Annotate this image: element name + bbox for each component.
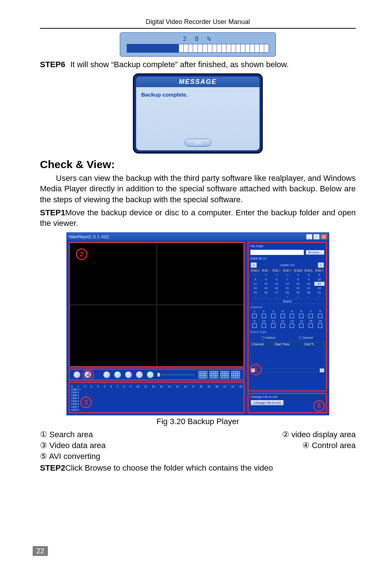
calendar-day[interactable]: 11 <box>250 282 260 286</box>
calendar-prev-button[interactable]: < <box>251 263 257 268</box>
calendar-day[interactable]: 14 <box>282 282 292 286</box>
filepath-input[interactable] <box>250 249 304 255</box>
calendar-day[interactable]: 28 <box>261 273 271 277</box>
calendar-day[interactable]: 26 <box>261 290 271 294</box>
layout-4-button[interactable] <box>231 371 240 378</box>
calendar-day[interactable]: 1 <box>293 273 303 277</box>
calendar-day[interactable]: 7 <box>282 277 292 281</box>
calendar-day[interactable]: 3 <box>271 295 282 299</box>
channel-number: 15 <box>306 320 315 323</box>
ruler-hour: 12 <box>152 385 155 388</box>
calendar-day[interactable]: 6 <box>303 295 314 299</box>
progress-segment <box>198 44 203 52</box>
calendar-day[interactable]: 19 <box>261 286 271 290</box>
progress-segment <box>170 44 174 52</box>
calendar-day[interactable]: 2 <box>303 273 314 277</box>
calendar-day[interactable]: 3 <box>314 273 324 277</box>
calendar-day[interactable]: 5 <box>293 295 303 299</box>
channel-checkbox[interactable] <box>299 314 303 318</box>
calendar-day[interactable]: 2 <box>261 295 271 299</box>
ruler-hour: 20 <box>216 385 219 388</box>
ruler-hour: 13 <box>160 385 163 388</box>
avi-convert-button[interactable]: Change File to AVI <box>250 400 284 406</box>
channel-checkbox[interactable] <box>309 324 313 328</box>
channel-checkbox[interactable] <box>318 324 322 328</box>
legend-video-display: ② video display area <box>282 430 356 439</box>
avi-label: Change File to AVI <box>250 395 324 399</box>
calendar-day[interactable]: 13 <box>271 282 282 286</box>
channel-checkbox[interactable] <box>309 314 313 318</box>
calendar-day[interactable]: 16 <box>303 282 314 286</box>
layout-1-button[interactable] <box>199 371 207 378</box>
play-button[interactable] <box>73 371 81 378</box>
calendar-dow-row: 星期日星期一星期二星期三星期四星期五星期六 <box>250 268 324 273</box>
channel-checkbox[interactable] <box>271 314 275 318</box>
calendar-day[interactable]: 20 <box>271 286 282 290</box>
legend-avi: ⑤ AVI converting <box>40 452 100 461</box>
minimize-button[interactable]: _ <box>306 234 313 240</box>
close-button[interactable]: × <box>320 234 327 240</box>
channel-checkbox[interactable] <box>271 324 275 328</box>
progress-segment <box>184 44 188 52</box>
legend-row-3: ⑤ AVI converting <box>40 452 356 461</box>
ruler-hour: 10 <box>136 385 139 388</box>
calendar-next-button[interactable]: > <box>318 263 324 268</box>
rew-button[interactable] <box>125 371 132 378</box>
calendar-day[interactable]: 10 <box>314 277 324 281</box>
channel-checkbox[interactable] <box>252 324 257 328</box>
calendar-day[interactable]: 4 <box>282 295 292 299</box>
calendar-day[interactable]: 1 <box>250 295 260 299</box>
calendar-day[interactable]: 31 <box>314 290 324 294</box>
video-cell <box>157 305 244 367</box>
channel-checkbox[interactable] <box>262 324 266 328</box>
calendar-day[interactable]: 4 <box>250 277 260 281</box>
calendar-day[interactable]: 23 <box>303 286 314 290</box>
prev-button[interactable] <box>114 371 121 378</box>
volume-slider[interactable] <box>158 374 195 375</box>
calendar-day[interactable]: 18 <box>250 286 260 290</box>
calendar-day[interactable]: 7 <box>314 295 324 299</box>
calendar-day[interactable]: 29 <box>271 273 282 277</box>
calendar-day[interactable]: 15 <box>293 282 303 286</box>
calendar-day[interactable]: 30 <box>303 290 314 294</box>
channel-checkbox[interactable] <box>290 314 294 318</box>
layout-3-button[interactable] <box>220 371 229 378</box>
calendar-day[interactable]: 5 <box>261 277 271 281</box>
channel-checkbox[interactable] <box>299 324 303 328</box>
calendar-day[interactable]: 12 <box>261 282 271 286</box>
channel-checkbox[interactable] <box>318 314 322 318</box>
channel-checkbox[interactable] <box>290 324 294 328</box>
calendar-day[interactable]: 8 <box>293 277 303 281</box>
calendar-day[interactable]: 29 <box>293 290 303 294</box>
progress-segment <box>146 44 151 52</box>
channel-number: 7 <box>306 310 315 313</box>
calendar-day[interactable]: 17 <box>314 282 324 286</box>
sensor-radio[interactable]: ◯ Sensor <box>298 336 313 340</box>
calendar-day[interactable]: 27 <box>271 290 282 294</box>
volume-icon[interactable] <box>147 371 154 378</box>
motion-radio[interactable]: ◯ Motion <box>261 336 276 340</box>
layout-2-button[interactable] <box>209 371 218 378</box>
calendar-day[interactable]: 21 <box>282 286 292 290</box>
maximize-button[interactable]: □ <box>313 234 320 240</box>
calendar-day[interactable]: 28 <box>282 290 292 294</box>
calendar-day[interactable]: 30 <box>282 273 292 277</box>
calendar-day[interactable]: 6 <box>271 277 282 281</box>
fwd-button[interactable] <box>136 371 143 378</box>
left-pane: 01234567891011121314151617181920212223 C… <box>67 240 246 415</box>
ruler-hour: 21 <box>223 385 226 388</box>
channel-checkbox[interactable] <box>281 314 285 318</box>
ok-button[interactable]: OK <box>185 139 211 147</box>
calendar-day[interactable]: 9 <box>303 277 314 281</box>
calendar-day[interactable]: 25 <box>250 290 260 294</box>
browse-button[interactable]: Browse... <box>306 250 324 255</box>
channel-checkbox[interactable] <box>262 314 266 318</box>
step6-label: STEP6 <box>40 60 65 69</box>
stop-button[interactable] <box>103 371 110 378</box>
step2-text: Click Browse to choose the folder which … <box>65 463 273 472</box>
calendar-day[interactable]: 24 <box>314 286 324 290</box>
calendar-day[interactable]: 22 <box>293 286 303 290</box>
channel-checkbox[interactable] <box>281 324 285 328</box>
channel-checkbox[interactable] <box>252 314 257 318</box>
calendar-day[interactable]: 27 <box>250 273 260 277</box>
